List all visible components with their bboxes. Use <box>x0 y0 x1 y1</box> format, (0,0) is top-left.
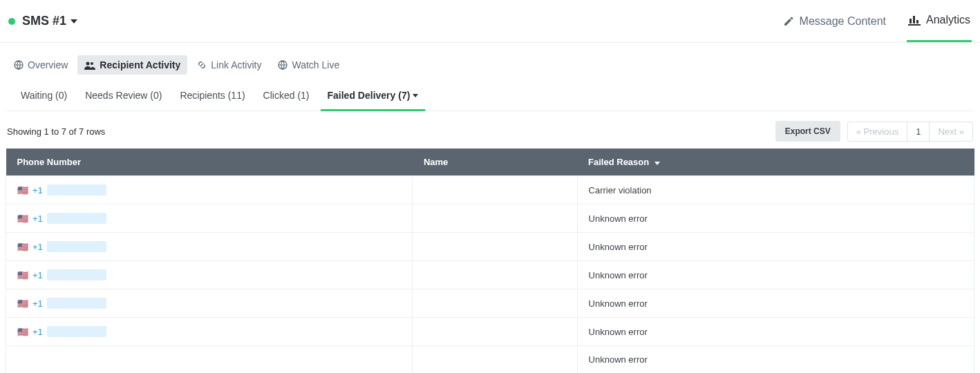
cell-reason: Carrier violation <box>577 176 974 204</box>
tab-watch-live-label: Watch Live <box>292 59 339 70</box>
svg-point-5 <box>86 61 90 65</box>
svg-point-6 <box>91 62 93 65</box>
flag-icon: 🇺🇸 <box>17 214 28 223</box>
phone-redacted <box>47 269 106 280</box>
bar-chart-icon <box>908 15 921 26</box>
cell-reason: Unknown error <box>577 261 974 289</box>
cell-name <box>413 233 577 261</box>
phone-prefix: +1 <box>32 185 43 195</box>
campaign-title-text: SMS #1 <box>22 14 66 28</box>
header-left: SMS #1 <box>8 14 77 28</box>
flag-icon: 🇺🇸 <box>17 327 28 336</box>
tab-link-activity-label: Link Activity <box>211 59 261 70</box>
globe-icon <box>14 60 23 70</box>
cell-reason: Unknown error <box>577 204 974 233</box>
cell-phone: 🇺🇸+1 <box>6 204 413 233</box>
pager-next[interactable]: Next » <box>929 122 972 141</box>
message-content-link[interactable]: Message Content <box>782 0 887 42</box>
analytics-link[interactable]: Analytics <box>907 0 972 42</box>
cell-reason: Unknown error <box>577 289 974 318</box>
cell-name <box>413 318 577 346</box>
sub-nav: Waiting (0) Needs Review (0) Recipients … <box>7 82 973 111</box>
col-header-phone[interactable]: Phone Number <box>6 149 413 176</box>
col-header-reason-label: Failed Reason <box>588 157 649 167</box>
table-toolbar: Showing 1 to 7 of 7 rows Export CSV « Pr… <box>0 111 980 149</box>
tab-watch-live[interactable]: Watch Live <box>271 55 346 75</box>
cell-reason: Unknown error <box>577 346 974 374</box>
table-row[interactable]: 🇺🇸+1Carrier violation <box>6 176 974 204</box>
message-content-label: Message Content <box>800 15 886 28</box>
header-right: Message Content Analytics <box>782 0 972 42</box>
cell-name <box>413 204 577 233</box>
cell-reason: Unknown error <box>577 318 974 346</box>
sort-caret-icon <box>654 162 660 165</box>
pager-prev[interactable]: « Previous <box>848 122 907 141</box>
cell-name <box>413 176 577 204</box>
col-header-name[interactable]: Name <box>413 149 577 176</box>
subtab-recipients[interactable]: Recipients (11) <box>173 82 252 111</box>
cell-phone: 🇺🇸+1 <box>6 261 413 289</box>
phone-prefix: +1 <box>32 298 43 309</box>
subtab-waiting-label: Waiting (0) <box>21 90 67 101</box>
col-header-phone-label: Phone Number <box>17 157 81 167</box>
cell-name <box>413 289 577 318</box>
cell-phone: 🇺🇸+1 <box>6 233 413 261</box>
table-row[interactable]: 🇺🇸+1Unknown error <box>6 233 974 261</box>
table-container: Phone Number Name Failed Reason 🇺🇸+1Carr… <box>0 149 980 373</box>
flag-icon: 🇺🇸 <box>17 271 28 280</box>
phone-redacted <box>47 241 106 252</box>
tab-recipient-activity[interactable]: Recipient Activity <box>77 55 187 75</box>
cell-name <box>413 261 577 289</box>
table-row[interactable]: 🇺🇸+1Unknown error <box>6 318 974 346</box>
page-header: SMS #1 Message Content Analytics <box>0 0 980 43</box>
phone-redacted <box>47 184 106 195</box>
subtab-failed-delivery[interactable]: Failed Delivery (7) <box>321 82 426 111</box>
subtab-failed-delivery-label: Failed Delivery (7) <box>328 90 411 101</box>
cell-phone: 🇺🇸+1 <box>6 176 413 204</box>
phone-prefix: +1 <box>32 213 43 224</box>
subtab-needs-review-label: Needs Review (0) <box>85 90 162 101</box>
primary-nav: Overview Recipient Activity Link Activit… <box>0 43 980 82</box>
table-row[interactable]: 🇺🇸+1Unknown error <box>6 261 974 289</box>
subtab-needs-review[interactable]: Needs Review (0) <box>78 82 169 111</box>
subtab-recipients-label: Recipients (11) <box>180 90 245 101</box>
users-icon <box>84 61 95 70</box>
col-header-name-label: Name <box>424 157 448 167</box>
cell-phone: 🇺🇸+1 <box>6 318 413 346</box>
phone-prefix: +1 <box>32 242 43 252</box>
svg-rect-0 <box>908 24 921 26</box>
table-row[interactable]: 🇺🇸+1Unknown error <box>6 289 974 318</box>
svg-rect-1 <box>910 19 912 23</box>
caret-down-icon <box>413 94 418 97</box>
tab-overview-label: Overview <box>28 59 68 70</box>
globe-icon <box>278 60 288 70</box>
export-csv-button[interactable]: Export CSV <box>775 121 840 142</box>
pager-page-1[interactable]: 1 <box>907 122 929 141</box>
table-row[interactable]: Unknown error <box>6 346 974 374</box>
cell-reason: Unknown error <box>577 233 974 261</box>
pencil-icon <box>783 16 794 27</box>
subtab-waiting[interactable]: Waiting (0) <box>14 82 74 111</box>
svg-rect-2 <box>913 16 915 23</box>
cell-name <box>413 346 577 374</box>
flag-icon: 🇺🇸 <box>17 186 28 195</box>
campaign-title[interactable]: SMS #1 <box>22 14 77 28</box>
phone-prefix: +1 <box>32 270 43 280</box>
cell-phone: 🇺🇸+1 <box>6 289 413 318</box>
status-dot-icon <box>8 18 15 25</box>
tab-link-activity[interactable]: Link Activity <box>190 55 268 75</box>
flag-icon: 🇺🇸 <box>17 242 28 251</box>
link-icon <box>197 60 207 70</box>
col-header-reason[interactable]: Failed Reason <box>577 149 974 176</box>
cell-phone <box>6 346 413 374</box>
tab-overview[interactable]: Overview <box>7 55 75 75</box>
phone-prefix: +1 <box>32 327 43 337</box>
subtab-clicked[interactable]: Clicked (1) <box>256 82 317 111</box>
phone-redacted <box>47 213 106 224</box>
failed-delivery-table: Phone Number Name Failed Reason 🇺🇸+1Carr… <box>6 149 974 373</box>
table-row[interactable]: 🇺🇸+1Unknown error <box>6 204 974 233</box>
phone-redacted <box>47 298 106 309</box>
phone-redacted <box>47 326 106 337</box>
tab-recipient-activity-label: Recipient Activity <box>100 59 180 70</box>
analytics-label: Analytics <box>926 14 970 26</box>
